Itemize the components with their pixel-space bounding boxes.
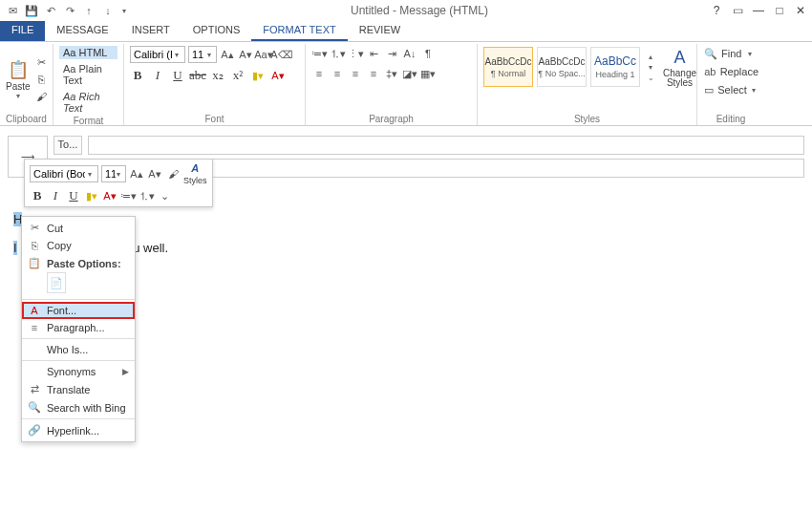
ctx-search-bing[interactable]: 🔍Search with Bing — [22, 398, 135, 416]
ribbon-tabs: FILE MESSAGE INSERT OPTIONS FORMAT TEXT … — [0, 21, 812, 42]
tab-options[interactable]: OPTIONS — [182, 21, 252, 41]
styles-scroll-up-icon[interactable]: ▴ — [645, 53, 656, 61]
outdent-icon[interactable]: ⇤ — [366, 46, 381, 61]
show-marks-icon[interactable]: ¶ — [420, 46, 436, 61]
italic-button[interactable]: I — [150, 68, 165, 83]
highlight-button[interactable]: ▮▾ — [250, 68, 266, 83]
style-no-spacing[interactable]: AaBbCcDc ¶ No Spac... — [537, 47, 587, 87]
mini-font-color[interactable]: A▾ — [102, 188, 118, 203]
cut-icon: ✂ — [28, 222, 41, 234]
find-button[interactable]: 🔍Find▾ — [703, 46, 759, 61]
copy-icon[interactable]: ⎘ — [34, 72, 50, 87]
paste-keep-source-icon[interactable]: 📄 — [47, 272, 66, 293]
subscript-button[interactable]: x₂ — [210, 68, 225, 83]
shrink-font-icon[interactable]: A▾ — [238, 47, 253, 62]
to-button[interactable]: To... — [53, 136, 82, 155]
ctx-hyperlink[interactable]: 🔗Hyperlink... — [22, 421, 135, 439]
mini-underline[interactable]: U — [66, 188, 81, 203]
mini-font-size[interactable]: ▾ — [101, 165, 126, 182]
qa-customize-icon[interactable]: ▾ — [118, 2, 130, 19]
tab-insert[interactable]: INSERT — [120, 21, 182, 41]
line-spacing-icon[interactable]: ‡▾ — [384, 66, 399, 81]
search-icon: 🔍 — [28, 401, 41, 414]
change-styles-icon: A — [669, 46, 692, 69]
ctx-font[interactable]: AFont... — [22, 302, 135, 319]
maximize-icon[interactable]: □ — [772, 4, 787, 17]
align-center-icon[interactable]: ≡ — [330, 66, 345, 81]
mini-shrink-font-icon[interactable]: A▾ — [147, 166, 162, 181]
font-dialog-icon: A — [28, 305, 41, 316]
style-heading-1[interactable]: AaBbCc Heading 1 — [590, 47, 640, 87]
shading-icon[interactable]: ◪▾ — [402, 66, 417, 81]
ctx-synonyms[interactable]: Synonyms▶ — [22, 363, 135, 380]
ctx-copy[interactable]: ⎘Copy — [22, 237, 135, 254]
mini-numbering[interactable]: ⒈▾ — [139, 188, 154, 203]
change-case-icon[interactable]: Aa▾ — [256, 47, 271, 62]
chevron-down-icon[interactable]: ▾ — [12, 92, 24, 100]
styles-scroll-down-icon[interactable]: ▾ — [645, 63, 656, 72]
mini-format-painter-icon[interactable]: 🖌 — [165, 166, 181, 181]
cut-icon[interactable]: ✂ — [34, 54, 50, 70]
format-html-button[interactable]: Aa HTML — [59, 46, 118, 59]
to-field[interactable] — [88, 136, 804, 155]
mini-grow-font-icon[interactable]: A▴ — [129, 166, 144, 181]
bullets-icon[interactable]: ≔▾ — [311, 46, 327, 61]
justify-icon[interactable]: ≡ — [366, 66, 381, 81]
font-face-combo[interactable]: ▾ — [130, 46, 185, 63]
ctx-cut[interactable]: ✂Cut — [22, 219, 135, 237]
numbering-icon[interactable]: ⒈▾ — [330, 46, 345, 61]
ctx-translate[interactable]: ⇄Translate — [22, 380, 135, 398]
select-button[interactable]: ▭Select▾ — [703, 82, 759, 97]
change-styles-button[interactable]: A Change Styles — [663, 46, 696, 88]
styles-expand-icon[interactable]: ⌄ — [645, 74, 656, 82]
borders-icon[interactable]: ▦▾ — [420, 66, 436, 81]
group-editing: 🔍Find▾ abReplace ▭Select▾ Editing — [697, 44, 764, 125]
paragraph-dialog-icon: ≡ — [28, 322, 41, 333]
clear-format-icon[interactable]: A⌫ — [274, 47, 289, 62]
qa-dropdown-icon[interactable]: ↓ — [99, 2, 117, 19]
strike-button[interactable]: abc — [190, 68, 205, 83]
tab-file[interactable]: FILE — [0, 21, 45, 41]
sort-icon[interactable]: A↓ — [402, 46, 417, 61]
mini-italic[interactable]: I — [48, 188, 63, 203]
bold-button[interactable]: B — [130, 68, 145, 83]
group-format: Aa HTML Aa Plain Text Aa Rich Text Forma… — [53, 44, 124, 125]
undo-icon[interactable]: ↶ — [42, 2, 59, 19]
save-icon[interactable]: 💾 — [23, 2, 40, 19]
ctx-who-is[interactable]: Who Is... — [22, 341, 135, 358]
redo-icon[interactable]: ↷ — [61, 2, 78, 19]
multilevel-icon[interactable]: ⋮▾ — [348, 46, 363, 61]
grow-font-icon[interactable]: A▴ — [220, 47, 235, 62]
indent-icon[interactable]: ⇥ — [384, 46, 399, 61]
ribbon-toggle-icon[interactable]: ▭ — [730, 4, 745, 17]
mini-bullets[interactable]: ≔▾ — [120, 188, 136, 203]
format-painter-icon[interactable]: 🖌 — [34, 89, 50, 104]
mini-styles-expand[interactable]: ⌄ — [157, 188, 172, 203]
mini-font-face[interactable]: ▾ — [30, 165, 98, 182]
tab-review[interactable]: REVIEW — [348, 21, 412, 41]
find-icon: 🔍 — [703, 46, 718, 61]
qa-more-icon[interactable]: ↑ — [80, 2, 97, 19]
close-icon[interactable]: ✕ — [793, 4, 808, 17]
paste-button[interactable]: 📋 Paste ▾ — [6, 46, 31, 113]
tab-format-text[interactable]: FORMAT TEXT — [251, 21, 347, 41]
format-plain-button[interactable]: Aa Plain Text — [59, 62, 118, 87]
help-icon[interactable]: ? — [709, 4, 724, 17]
tab-message[interactable]: MESSAGE — [45, 21, 119, 41]
font-size-combo[interactable]: ▾ — [188, 46, 217, 63]
underline-button[interactable]: U — [170, 68, 185, 83]
select-icon: ▭ — [703, 82, 715, 97]
mini-highlight[interactable]: ▮▾ — [84, 188, 99, 203]
ctx-paragraph[interactable]: ≡Paragraph... — [22, 319, 135, 336]
superscript-button[interactable]: x² — [230, 68, 246, 83]
mini-toolbar: ▾ ▾ A▴ A▾ 🖌 A Styles B I U ▮▾ A▾ ≔▾ ⒈▾ ⌄ — [24, 159, 213, 207]
align-left-icon[interactable]: ≡ — [311, 66, 327, 81]
format-rich-button[interactable]: Aa Rich Text — [59, 90, 118, 115]
minimize-icon[interactable]: — — [751, 4, 766, 17]
align-right-icon[interactable]: ≡ — [348, 66, 363, 81]
replace-button[interactable]: abReplace — [703, 64, 759, 79]
group-paragraph: ≔▾ ⒈▾ ⋮▾ ⇤ ⇥ A↓ ¶ ≡ ≡ ≡ ≡ ‡▾ ◪▾ ▦▾ Parag… — [306, 44, 478, 125]
font-color-button[interactable]: A▾ — [270, 68, 286, 83]
style-normal[interactable]: AaBbCcDc ¶ Normal — [483, 47, 533, 87]
mini-bold[interactable]: B — [30, 188, 45, 203]
